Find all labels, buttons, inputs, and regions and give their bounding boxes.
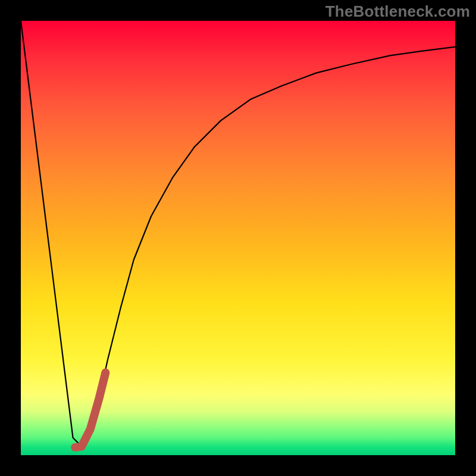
- curve-layer: [21, 21, 455, 455]
- black-curve: [21, 21, 455, 446]
- chart-frame: TheBottleneck.com: [0, 0, 476, 476]
- highlight-segment: [75, 372, 105, 447]
- plot-area: [21, 21, 455, 455]
- watermark-text: TheBottleneck.com: [325, 2, 470, 21]
